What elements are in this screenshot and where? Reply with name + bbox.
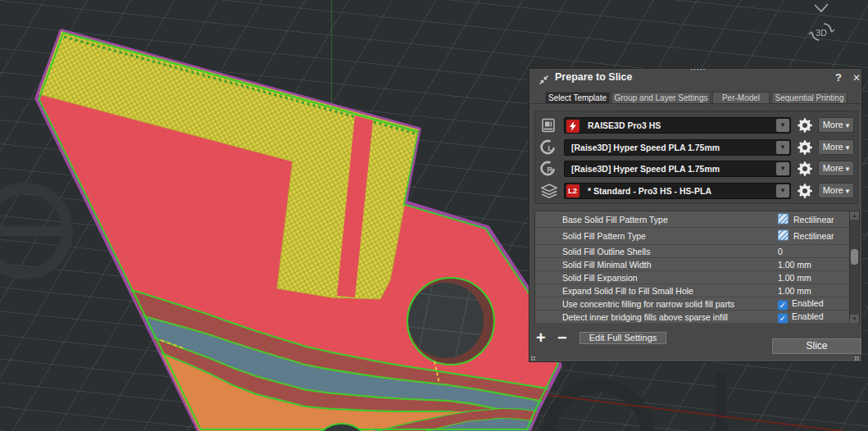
svg-text:3D: 3D <box>816 28 827 38</box>
svg-text:R: R <box>548 165 553 174</box>
svg-text:L: L <box>548 143 552 152</box>
